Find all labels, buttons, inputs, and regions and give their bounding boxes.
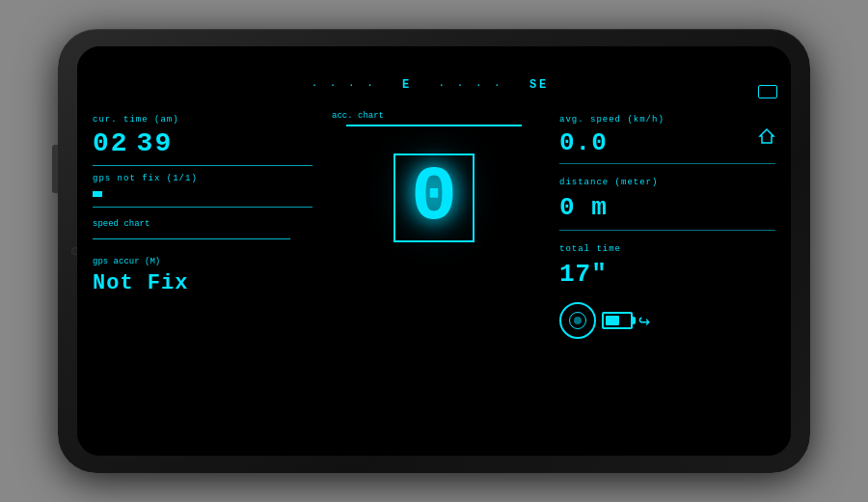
battery-icon bbox=[602, 312, 633, 329]
time-min: 39 bbox=[137, 130, 174, 157]
acc-chart-label: acc. chart bbox=[332, 111, 384, 121]
speed-chart-line bbox=[93, 238, 290, 239]
gps-inner bbox=[574, 317, 582, 324]
center-column: acc. chart 0 bbox=[320, 111, 548, 375]
compass-direction-se: SE bbox=[529, 78, 549, 92]
acc-chart-line bbox=[346, 125, 522, 126]
right-column: avg. speed (Km/h) 0.0 distance (meter) 0… bbox=[548, 111, 775, 375]
cur-time-label: Cur. time (AM) bbox=[93, 115, 312, 125]
left-column: Cur. time (AM) 02 39 gps not fix (1/1) s… bbox=[93, 111, 320, 375]
gps-fix-label: gps not fix (1/1) bbox=[93, 174, 312, 183]
distance-value: 0 m bbox=[559, 193, 775, 222]
time-divider bbox=[93, 165, 312, 166]
phone-device: · · · · E · · · · SE Cur. time (AM) bbox=[58, 29, 810, 473]
time-hour: 02 bbox=[93, 130, 129, 157]
compass-dots-mid: · · · · bbox=[439, 79, 503, 91]
gps-fix-indicator bbox=[93, 191, 102, 197]
gps-compass-icon bbox=[559, 302, 596, 339]
compass-bar: · · · · E · · · · SE bbox=[93, 56, 775, 111]
total-time-value: 17" bbox=[559, 260, 775, 289]
right-div-1 bbox=[559, 163, 775, 164]
gps-accur-value: Not Fix bbox=[93, 272, 312, 295]
speed-chart-label: speed chart bbox=[93, 219, 312, 229]
screen-content: · · · · E · · · · SE Cur. time (AM) bbox=[77, 46, 791, 456]
avg-speed-value: 0.0 bbox=[559, 130, 775, 155]
gps-divider bbox=[93, 207, 312, 208]
back-arrow-icon[interactable]: ↩ bbox=[638, 309, 650, 333]
compass-dots-left: · · · · bbox=[312, 79, 376, 91]
avg-speed-label: avg. speed (Km/h) bbox=[559, 115, 775, 125]
gps-accur-label: gps accur (M) bbox=[93, 257, 312, 266]
recent-apps-icon[interactable] bbox=[758, 85, 777, 98]
battery-fill bbox=[606, 316, 619, 325]
bottom-icons: ↩ bbox=[559, 302, 775, 339]
time-row: 02 39 bbox=[93, 130, 312, 157]
total-time-label: total time bbox=[559, 244, 775, 254]
compass-direction-e: E bbox=[402, 78, 412, 92]
speed-display: 0 bbox=[393, 153, 475, 242]
right-div-2 bbox=[559, 230, 775, 231]
phone-screen: · · · · E · · · · SE Cur. time (AM) bbox=[77, 46, 791, 456]
distance-label: distance (meter) bbox=[559, 178, 775, 187]
